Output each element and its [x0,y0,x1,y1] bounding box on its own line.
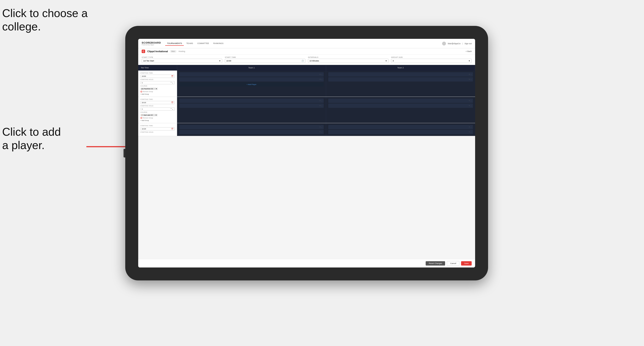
nav-teams[interactable]: TEAMS [185,41,195,46]
expand-icon[interactable]: × [320,74,320,75]
player-slot[interactable]: × ⌄ [328,125,473,129]
group-size-label: Group Size [391,56,472,58]
player-slot[interactable]: × ⌄ [179,125,324,129]
sign-out-link[interactable]: Sign out [464,42,472,45]
add-group-button-1[interactable]: + Add Group [140,93,175,95]
chevron-down-icon: ▼ [155,114,157,116]
reset-changes-button[interactable]: Reset Changes [426,261,445,266]
th-team1: Team 1 [177,65,326,71]
expand-icon[interactable]: × [320,105,320,107]
chevron-down-icon[interactable]: ⌄ [321,74,322,75]
cancel-button[interactable]: Cancel [447,261,459,266]
expand-icon[interactable]: × [469,105,470,107]
table-row: STARTING TIME: 10:10 ⏰ STARTING HOLE: 1 … [138,97,475,123]
starting-time-input-2[interactable]: 10:10 ⏰ [140,101,175,104]
nav-rankings[interactable]: RANKINGS [212,41,225,46]
course-tag-2[interactable]: 🏌 East Lake GC × ▼ [140,114,158,116]
save-button[interactable]: Save [461,261,472,266]
chevron-down-icon[interactable]: ⌄ [321,105,322,107]
team1-players-3: × ⌄ × ⌄ [177,123,326,136]
start-time-input[interactable]: 10:00 🕐 [225,59,305,63]
chevron-down-icon[interactable]: ⌄ [470,79,472,80]
expand-icon[interactable]: × [320,131,320,133]
chevron-down-icon: ▼ [219,60,221,62]
chevron-down-icon[interactable]: ⌄ [321,79,322,80]
table-row: STARTING TIME: 10:20 ⏰ STARTING HOLE: × … [138,123,475,136]
nav-tournaments[interactable]: TOURNAMENTS [165,41,184,46]
chevron-icon: ⌃⌄ [170,82,174,84]
chevron-down-icon: ▼ [385,60,387,62]
group-size-group: Group Size 3 ▼ [391,56,472,63]
expand-icon[interactable]: × [469,131,470,133]
starting-time-input-1[interactable]: 10:00 ⏰ [140,75,175,78]
brand-subtitle: Powered by clippd [142,44,161,45]
chevron-down-icon[interactable]: ⌄ [470,131,472,133]
user-avatar [442,42,446,45]
nav-committee[interactable]: COMMITTEE [196,41,211,46]
player-controls: × ⌄ [469,79,472,80]
remove-group-button-1[interactable]: ⭕ Remove Group [140,91,175,93]
back-button[interactable]: < Back [466,50,472,52]
expand-icon[interactable]: × [320,79,320,80]
action-footer: Reset Changes Cancel Save [138,259,475,267]
tee-time-details-2: STARTING TIME: 10:10 ⏰ STARTING HOLE: 1 … [138,97,177,123]
tablet-device: SCOREBOARD Powered by clippd TOURNAMENTS… [125,26,488,280]
player-slot[interactable]: × ⌄ [179,99,324,103]
expand-icon[interactable]: × [320,100,320,102]
start-type-select[interactable]: 1st Tee Start ▼ [142,59,222,63]
annotation-choose-college: Click to choose a college. [2,6,88,33]
player-slot[interactable]: × ⌄ [328,130,473,134]
brand-name: SCOREBOARD [142,41,161,44]
expand-icon[interactable]: × [469,100,470,102]
chevron-down-icon[interactable]: ⌄ [470,100,472,102]
remove-course-icon[interactable]: × [154,88,155,90]
team1-players-1: × ⌄ × ⌄ + Add Player [177,71,326,97]
course-selector-1[interactable]: (A) Peachtree GC × ▼ [140,88,175,90]
chevron-down-icon[interactable]: ⌄ [321,131,322,133]
nav-user-area: blair@clippd.io | Sign out [442,42,472,45]
team1-players-2: × ⌄ × ⌄ [177,97,326,123]
user-email: blair@clippd.io [448,42,460,45]
remove-course-icon[interactable]: × [154,114,155,116]
clock-icon: ⏰ [171,75,174,77]
player-slot[interactable]: × ⌄ [328,104,473,108]
chevron-down-icon[interactable]: ⌄ [470,74,472,75]
expand-icon[interactable]: × [469,74,470,75]
expand-icon[interactable]: × [469,79,470,80]
tee-times-table: STARTING TIME: 10:00 ⏰ STARTING HOLE: 1 … [138,71,475,259]
chevron-down-icon[interactable]: ⌄ [470,105,472,107]
sub-header: C Clippd Invitational Men Hosting < Back [138,48,475,55]
th-tee-time: Tee Time [138,65,177,71]
expand-icon[interactable]: × [469,126,470,128]
table-row: STARTING TIME: 10:00 ⏰ STARTING HOLE: 1 … [138,71,475,97]
brand-logo: SCOREBOARD Powered by clippd [142,41,161,45]
starting-hole-input-2[interactable]: 1 ⌃⌄ [140,107,175,111]
player-slot[interactable]: × ⌄ [328,77,473,82]
chevron-down-icon[interactable]: ⌄ [470,126,472,128]
add-group-button-2[interactable]: + Add Group [140,120,175,121]
remove-group-button-2[interactable]: ⭕ Remove Group [140,117,175,119]
chevron-down-icon[interactable]: ⌄ [321,100,322,102]
group-size-select[interactable]: 3 ▼ [391,59,472,63]
clock-icon: ⏰ [171,102,174,104]
tablet-screen: SCOREBOARD Powered by clippd TOURNAMENTS… [138,39,475,267]
tee-time-details-1: STARTING TIME: 10:00 ⏰ STARTING HOLE: 1 … [138,71,177,97]
player-slot[interactable]: × ⌄ [179,72,324,77]
course-tag-1[interactable]: (A) Peachtree GC × ▼ [140,88,158,90]
expand-icon[interactable]: × [320,126,320,128]
tee-time-details-3: STARTING TIME: 10:20 ⏰ STARTING HOLE: [138,123,177,136]
starting-time-input-3[interactable]: 10:20 ⏰ [140,127,175,131]
chevron-icon: ⌃⌄ [170,108,174,110]
add-player-button-1[interactable]: + Add Player [179,82,324,86]
chevron-down-icon: ▼ [468,60,470,62]
start-type-label: Start Type [142,56,222,58]
player-slot[interactable]: × ⌄ [328,99,473,103]
chevron-down-icon[interactable]: ⌄ [321,126,322,128]
course-selector-2[interactable]: 🏌 East Lake GC × ▼ [140,114,175,116]
player-slot[interactable]: × ⌄ [179,77,324,82]
starting-hole-input-1[interactable]: 1 ⌃⌄ [140,81,175,84]
player-slot[interactable]: × ⌄ [179,104,324,108]
intervals-select[interactable]: 10 Minutes ▼ [308,59,388,63]
player-slot[interactable]: × ⌄ [328,72,473,77]
player-slot[interactable]: × ⌄ [179,130,324,134]
